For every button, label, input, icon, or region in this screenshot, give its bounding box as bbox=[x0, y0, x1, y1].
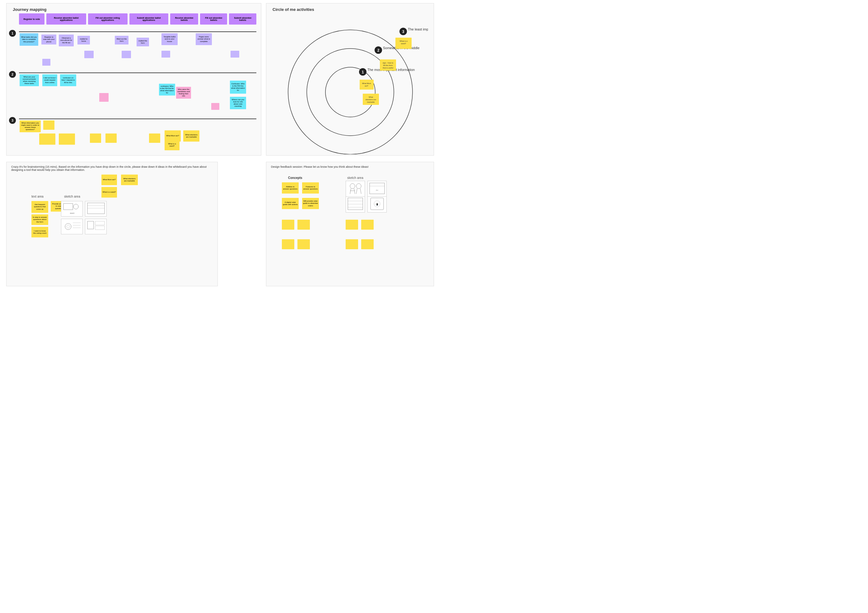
text-area-label: text area bbox=[31, 195, 43, 198]
svg-point-44 bbox=[356, 183, 361, 189]
svg-text:that is useful: that is useful bbox=[383, 67, 393, 69]
sticky-r1-small3 bbox=[161, 51, 170, 57]
c8-text1: Ask frequent questions that come up bbox=[31, 201, 48, 213]
step-submit-ballots: Submit absentee ballots bbox=[229, 13, 256, 25]
sticky-r1-4: mailed to home bbox=[78, 36, 90, 45]
svg-text:2: 2 bbox=[377, 48, 380, 53]
sticky-r2-4: confusion: Who is the Fill-Out for, what… bbox=[159, 84, 175, 96]
row2-number: 2 bbox=[9, 71, 16, 78]
circle-svg: 3 The least important 2 Somewhat in the … bbox=[273, 14, 428, 154]
svg-text:What Muni: What Muni bbox=[362, 82, 371, 84]
sticky-r1-5: filled out the form bbox=[115, 36, 129, 45]
svg-point-32 bbox=[65, 223, 71, 230]
sticky-r1-7: Tangible ballot sent to your house bbox=[161, 33, 178, 45]
svg-text:doc: doc bbox=[376, 189, 379, 191]
concepts-label: Concepts bbox=[288, 176, 302, 180]
fb-empty6 bbox=[298, 239, 310, 249]
row3-number: 3 bbox=[9, 117, 16, 124]
sticky-r2-pink2 bbox=[211, 103, 219, 110]
sticky-r3-1: What information you might need in order… bbox=[20, 120, 41, 132]
c8-text4: I want to know the voting count bbox=[31, 227, 48, 237]
svg-rect-29 bbox=[87, 203, 105, 214]
fb-concept4: Will provide voter guide to absentee vot… bbox=[302, 198, 319, 209]
c8-text3: In step to answer questions about the fo… bbox=[31, 214, 48, 225]
sticky-r2-3: confusion on how I request to fill for t… bbox=[60, 74, 76, 86]
sticky-r3-3 bbox=[39, 133, 55, 145]
sticky-r3-2 bbox=[43, 120, 54, 130]
feedback-section: Design feedback session: Please let us k… bbox=[266, 162, 434, 286]
row1-number: 1 bbox=[9, 30, 16, 37]
journey-title: Journey mapping bbox=[13, 7, 46, 12]
sticky-r2-pink1 bbox=[99, 93, 108, 102]
fb-sketch2: doc bbox=[367, 181, 387, 197]
sticky-r3-9: What elections are trackable bbox=[183, 130, 200, 141]
svg-text:1: 1 bbox=[362, 70, 364, 74]
feedback-title: Design feedback session: Please let us k… bbox=[271, 165, 429, 168]
c8-sketch1: sketch bbox=[61, 201, 83, 217]
sticky-r1-8: Pages were unclear what to complete bbox=[196, 33, 212, 45]
sticky-r1-small4 bbox=[231, 51, 239, 57]
fb-empty4 bbox=[361, 220, 374, 230]
sketch-area-label: sketch area bbox=[64, 195, 80, 198]
fb-concept2: Features to answer questions bbox=[302, 182, 319, 194]
svg-text:ward?: ward? bbox=[401, 43, 406, 45]
step-fill-apps: Fill out absentee voting applications bbox=[88, 13, 127, 25]
svg-text:What: What bbox=[369, 96, 373, 98]
svg-rect-26 bbox=[64, 203, 73, 210]
fb-empty3 bbox=[346, 220, 358, 230]
fb-empty5 bbox=[282, 239, 294, 249]
svg-text:The least important: The least important bbox=[408, 27, 428, 31]
sticky-r1-6: mailed the form bbox=[136, 38, 149, 47]
fb-sketch1 bbox=[346, 181, 365, 197]
sticky-r3-6 bbox=[105, 133, 117, 143]
fb-concept3: A digital voter guide with actions bbox=[282, 198, 299, 209]
step-fill-ballots: Fill out absentee ballots bbox=[200, 13, 227, 25]
svg-point-40 bbox=[350, 183, 355, 189]
fb-empty1 bbox=[282, 220, 294, 230]
sticky-r2-2: I did not know I could request from onli… bbox=[42, 74, 57, 86]
sticky-r3-5 bbox=[90, 133, 101, 143]
sticky-r3-7 bbox=[149, 133, 160, 143]
fb-empty2 bbox=[298, 220, 310, 230]
svg-line-45 bbox=[356, 189, 357, 194]
sticky-r2-7: Where can you look for info about vote c… bbox=[230, 97, 246, 109]
fb-sketch-area-label: sketch area bbox=[347, 176, 363, 180]
svg-rect-50 bbox=[348, 198, 363, 210]
sticky-r1-small1 bbox=[84, 51, 94, 58]
svg-point-33 bbox=[67, 225, 70, 228]
c8-sketch2 bbox=[85, 201, 107, 217]
sticky-r1-3: Obtained a new phone for the fill-out bbox=[59, 34, 74, 47]
svg-rect-47 bbox=[370, 183, 384, 194]
svg-point-2 bbox=[326, 67, 375, 117]
svg-text:sketch: sketch bbox=[70, 212, 74, 214]
step-register: Register to vote bbox=[19, 13, 45, 25]
circle-section: Circle of me activities 3 The least impo… bbox=[266, 3, 434, 155]
c8-sketch3 bbox=[61, 219, 83, 234]
crazy8s-title: Crazy 8's for brainstorming (15 mins). B… bbox=[11, 165, 213, 171]
sticky-r2-5: Who were the candidates and finding thei… bbox=[176, 87, 191, 99]
svg-rect-37 bbox=[87, 221, 94, 229]
c8-sticky1: What Muni act? bbox=[101, 175, 117, 185]
fb-sketch3 bbox=[346, 196, 365, 213]
svg-text:What is a: What is a bbox=[400, 40, 408, 42]
fb-empty7 bbox=[346, 239, 358, 249]
sticky-r1-1: What tasks did you take to complete this… bbox=[20, 33, 38, 46]
svg-text:act?: act? bbox=[364, 85, 368, 87]
sticky-r1-small5 bbox=[42, 59, 50, 66]
svg-rect-38 bbox=[95, 221, 105, 225]
fb-empty8 bbox=[361, 239, 374, 249]
sticky-r2-1: What are your concerns/needs when receiv… bbox=[20, 74, 39, 86]
svg-line-41 bbox=[350, 189, 351, 194]
fb-sketch4: 📱 bbox=[367, 196, 387, 213]
svg-point-27 bbox=[73, 204, 78, 209]
svg-rect-12 bbox=[360, 80, 374, 90]
fb-concept1: Abilities to answer questions bbox=[282, 182, 299, 194]
c8-sticky2: What elections are trackable bbox=[121, 175, 138, 185]
sticky-r3-10: What is a ward? bbox=[164, 140, 180, 150]
sticky-r1-2: Register to vote with your phone bbox=[41, 34, 56, 45]
svg-text:fill this form: fill this form bbox=[383, 64, 393, 66]
c8-sketch4 bbox=[85, 219, 107, 234]
journey-mapping-section: Journey mapping Register to vote Receive… bbox=[6, 3, 261, 155]
sticky-r1-small2 bbox=[122, 51, 131, 58]
sticky-r2-6: Confusion: Who is the Fill-Out, what inf… bbox=[230, 81, 246, 94]
